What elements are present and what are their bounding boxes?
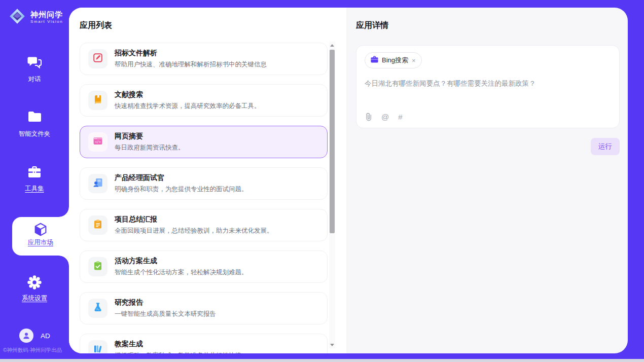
app-card-教案生成[interactable]: 教案生成 模板驱动，教案秒成，教学准备从此轻松快捷 [80, 334, 328, 353]
user-row[interactable]: AD [19, 329, 50, 343]
bottom-strip [0, 359, 644, 362]
tool-chip-label: Bing搜索 [382, 56, 408, 65]
brand-logo: 神州问学 Smart Vision [8, 7, 63, 27]
web-code-icon: </> [93, 136, 103, 148]
toolbox-icon [0, 165, 69, 180]
app-card-title: 文献搜索 [115, 90, 261, 99]
app-card-招标文件解析[interactable]: 招标文件解析 帮助用户快速、准确地理解和解析招标书中的关键信息 [80, 43, 328, 75]
lesson-icon [93, 344, 103, 353]
app-card-description: 全面回顾项目进展，总结经验教训，助力未来优化发展。 [115, 227, 273, 235]
chat-icon [0, 56, 69, 71]
app-detail-panel: 应用详情 Bing搜索 × 今日湖北有哪些新闻要点？有哪些需要关注的最新政策？ [346, 8, 628, 353]
run-button[interactable]: 运行 [591, 138, 620, 155]
brand-diamond-icon [8, 7, 26, 27]
query-input[interactable]: 今日湖北有哪些新闻要点？有哪些需要关注的最新政策？ [365, 79, 611, 88]
app-card-title: 产品经理面试官 [115, 173, 248, 183]
cube-icon [12, 222, 69, 236]
app-card-description: 明确身份和职责，为您提供专业性的面试问题。 [115, 185, 248, 194]
person-icon [22, 332, 30, 340]
attachment-icon[interactable] [365, 113, 372, 121]
app-card-活动方案生成[interactable]: 活动方案生成 智能生成个性化活动方案，轻松解决规划难题。 [80, 250, 328, 283]
app-card-title: 项目总结汇报 [115, 215, 273, 224]
app-window: 神州问学 Smart Vision 对话 智能文件夹 工具集 应用市场 系统设置… [0, 0, 644, 359]
svg-text:</>: </> [95, 140, 101, 144]
gear-icon [0, 275, 69, 290]
app-card-description: 每日政府新闻资讯快查。 [115, 143, 185, 152]
sidebar-item-应用市场[interactable]: 应用市场 [12, 217, 69, 256]
report-icon [93, 219, 103, 231]
app-card-description: 一键智能生成高质量长文本研究报告 [115, 310, 216, 318]
main-content: 应用列表 招标文件解析 帮助用户快速、准确地理解和解析招标书中的关键信息 文献搜… [69, 8, 628, 353]
sidebar: 神州问学 Smart Vision 对话 智能文件夹 工具集 应用市场 系统设置… [0, 0, 69, 359]
copyright: ©神州数码·神州问学出品 [3, 347, 69, 354]
brand-name: 神州问学 [30, 11, 63, 19]
app-card-title: 网页摘要 [115, 132, 185, 141]
scroll-up-arrow-icon[interactable] [329, 42, 335, 49]
composer-toolbar: @ # [365, 113, 403, 121]
edit-doc-icon [93, 53, 103, 65]
sidebar-item-智能文件夹[interactable]: 智能文件夹 [0, 111, 69, 138]
app-list-title: 应用列表 [80, 20, 112, 31]
app-card-研究报告[interactable]: 研究报告 一键智能生成高质量长文本研究报告 [80, 292, 328, 324]
app-card-网页摘要[interactable]: </> 网页摘要 每日政府新闻资讯快查。 [80, 126, 328, 158]
scroll-down-arrow-icon[interactable] [329, 341, 335, 348]
app-detail-title: 应用详情 [356, 20, 620, 31]
user-initials: AD [41, 332, 50, 340]
app-card-description: 帮助用户快速、准确地理解和解析招标书中的关键信息 [115, 60, 267, 69]
app-card-title: 教案生成 [115, 340, 241, 349]
app-card-title: 活动方案生成 [115, 257, 248, 266]
avatar[interactable] [19, 329, 33, 343]
app-card-文献搜索[interactable]: 文献搜索 快速精准查找学术资源，提高研究效率的必备工具。 [80, 84, 328, 117]
folder-icon [0, 111, 69, 126]
composer-card[interactable]: Bing搜索 × 今日湖北有哪些新闻要点？有哪些需要关注的最新政策？ @ # [356, 45, 620, 128]
chip-close-icon[interactable]: × [412, 57, 416, 64]
app-card-description: 智能生成个性化活动方案，轻松解决规划难题。 [115, 268, 248, 277]
plan-icon [93, 261, 103, 273]
app-card-list: 招标文件解析 帮助用户快速、准确地理解和解析招标书中的关键信息 文献搜索 快速精… [80, 43, 328, 353]
scrollbar[interactable] [329, 42, 335, 348]
brand-subtitle: Smart Vision [30, 20, 63, 24]
app-card-项目总结汇报[interactable]: 项目总结汇报 全面回顾项目进展，总结经验教训，助力未来优化发展。 [80, 209, 328, 241]
app-card-产品经理面试官[interactable]: 产品经理面试官 明确身份和职责，为您提供专业性的面试问题。 [80, 167, 328, 200]
research-icon [93, 302, 103, 314]
briefcase-icon [371, 56, 378, 65]
app-card-title: 招标文件解析 [115, 49, 267, 58]
app-list-panel: 应用列表 招标文件解析 帮助用户快速、准确地理解和解析招标书中的关键信息 文献搜… [69, 8, 346, 353]
app-card-title: 研究报告 [115, 298, 216, 307]
sidebar-item-工具集[interactable]: 工具集 [0, 165, 69, 193]
book-icon [93, 94, 103, 106]
hashtag-icon[interactable]: # [398, 113, 402, 121]
sidebar-item-系统设置[interactable]: 系统设置 [0, 275, 69, 303]
mention-icon[interactable]: @ [381, 113, 389, 121]
interviewer-icon [93, 177, 103, 190]
sidebar-item-对话[interactable]: 对话 [0, 56, 69, 84]
tool-chip-bing-search[interactable]: Bing搜索 × [365, 52, 422, 68]
app-card-description: 快速精准查找学术资源，提高研究效率的必备工具。 [115, 102, 261, 111]
scrollbar-thumb[interactable] [330, 50, 335, 233]
app-card-description: 模板驱动，教案秒成，教学准备从此轻松快捷 [115, 351, 241, 353]
